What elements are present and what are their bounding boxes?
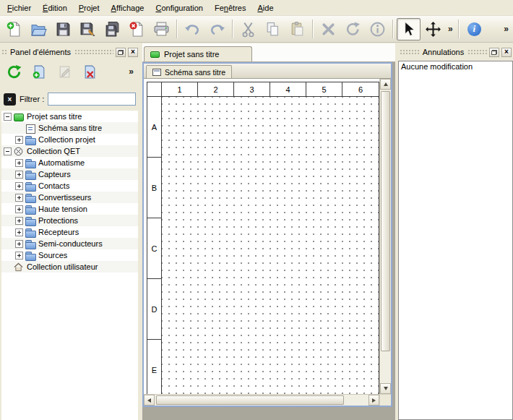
diagram-view: 1 2 3 4 5 6 A B C D — [144, 79, 391, 406]
new-element-icon — [32, 64, 47, 80]
elements-panel-titlebar[interactable]: Panel d'éléments × — [1, 46, 138, 59]
new-element-button[interactable] — [29, 61, 49, 82]
clear-filter-button[interactable]: × — [4, 93, 16, 106]
collapse-icon[interactable] — [4, 113, 12, 121]
vertical-scrollbar[interactable] — [379, 79, 391, 394]
menu-configuration[interactable]: Configuration — [150, 0, 209, 15]
scroll-mode-button[interactable] — [421, 18, 445, 40]
tree-item-recepteurs[interactable]: Récepteurs — [1, 226, 138, 238]
save-all-button[interactable] — [100, 18, 124, 40]
expand-icon[interactable] — [15, 171, 23, 179]
tree-item-automatisme[interactable]: Automatisme — [1, 157, 138, 168]
scroll-up-button[interactable] — [380, 79, 391, 90]
edit-element-button[interactable] — [54, 61, 74, 82]
dock-grip[interactable] — [1, 49, 7, 55]
redo-button[interactable] — [205, 18, 229, 40]
expand-icon[interactable] — [15, 205, 23, 213]
scroll-right-button[interactable] — [368, 395, 379, 406]
diagram-info-button[interactable] — [366, 18, 389, 40]
tree-item-label: Projet sans titre — [27, 112, 82, 121]
expand-icon[interactable] — [15, 252, 23, 260]
scroll-down-button[interactable] — [380, 383, 391, 394]
toolbar-separator — [458, 20, 460, 38]
diagram-viewport[interactable]: 1 2 3 4 5 6 A B C D — [144, 79, 379, 394]
undo-history-list[interactable]: Aucune modification — [398, 61, 513, 420]
undo-panel-titlebar[interactable]: Annulations × — [400, 46, 512, 59]
tree-item-protections[interactable]: Protections — [1, 215, 138, 226]
dock-grip[interactable] — [467, 49, 487, 55]
tree-item-collection-projet[interactable]: Collection projet — [1, 134, 138, 145]
tree-item-collection-qet[interactable]: Collection QET — [1, 145, 138, 157]
elements-tree[interactable]: Projet sans titre Schéma sans titre Coll… — [1, 111, 138, 420]
tree-item-project[interactable]: Projet sans titre — [1, 111, 138, 122]
toolbar-overflow-button-2[interactable]: » — [501, 24, 511, 34]
tree-item-collection-utilisateur[interactable]: Collection utilisateur — [1, 261, 138, 273]
expand-icon[interactable] — [15, 228, 23, 236]
horizontal-scrollbar[interactable] — [144, 394, 379, 406]
vertical-scrollbar-thumb[interactable] — [381, 91, 390, 351]
reload-collections-button[interactable] — [4, 61, 24, 82]
cut-button[interactable] — [236, 18, 260, 40]
row-label: D — [147, 279, 161, 340]
open-document-button[interactable] — [27, 18, 51, 40]
menu-affichage[interactable]: Affichage — [105, 0, 150, 15]
about-qet-button[interactable]: i — [462, 18, 486, 40]
paste-button[interactable] — [285, 18, 309, 40]
tree-item-label: Collection utilisateur — [27, 262, 98, 271]
mdi-area: Projet sans titre Schéma sans titre 1 2 — [142, 43, 395, 420]
select-mode-button[interactable] — [397, 18, 421, 40]
float-panel-button[interactable] — [116, 48, 126, 57]
scroll-left-button[interactable] — [144, 395, 155, 406]
copy-button[interactable] — [261, 18, 285, 40]
open-folder-icon — [30, 21, 47, 38]
toolbar-overflow-button[interactable]: » — [446, 24, 455, 34]
close-panel-button[interactable]: × — [501, 48, 512, 57]
expand-icon[interactable] — [15, 182, 23, 190]
undo-button[interactable] — [181, 18, 204, 40]
row-header: A B C D E — [147, 97, 162, 394]
close-document-button[interactable] — [125, 18, 149, 40]
collapse-icon[interactable] — [4, 147, 12, 155]
tab-projet-sans-titre[interactable]: Projet sans titre — [144, 46, 252, 61]
delete-element-button[interactable] — [79, 61, 100, 82]
print-button[interactable] — [150, 18, 173, 40]
menu-fichier[interactable]: Fichier — [1, 0, 37, 15]
tree-item-haute-tension[interactable]: Haute tension — [1, 203, 138, 215]
tab-schema-sans-titre[interactable]: Schéma sans titre — [146, 65, 232, 78]
save-as-button[interactable] — [76, 18, 100, 40]
menu-edition[interactable]: Édition — [37, 0, 73, 15]
close-panel-button[interactable]: × — [128, 48, 138, 57]
expand-icon[interactable] — [15, 136, 23, 144]
float-panel-button[interactable] — [489, 48, 499, 57]
panel-toolbar-overflow-button[interactable]: » — [126, 67, 136, 77]
expand-icon[interactable] — [15, 217, 23, 225]
undo-empty-text: Aucune modification — [401, 62, 510, 71]
folder-icon — [25, 135, 35, 145]
menu-projet[interactable]: Projet — [73, 0, 105, 15]
tree-item-semi-conducteurs[interactable]: Semi-conducteurs — [1, 238, 138, 249]
horizontal-scrollbar-thumb[interactable] — [156, 395, 344, 405]
scissors-icon — [240, 21, 256, 38]
expand-icon[interactable] — [15, 194, 23, 202]
project-tab-label: Projet sans titre — [164, 50, 219, 59]
rotate-button[interactable] — [341, 18, 365, 40]
new-document-button[interactable] — [2, 18, 26, 40]
tree-item-schema[interactable]: Schéma sans titre — [1, 122, 138, 134]
dock-grip[interactable] — [400, 49, 419, 55]
menu-fenetres[interactable]: Fenêtres — [209, 0, 251, 15]
dock-grip[interactable] — [74, 49, 113, 55]
tree-item-capteurs[interactable]: Capteurs — [1, 168, 138, 180]
delete-button[interactable] — [316, 18, 340, 40]
toolbar-separator — [392, 20, 394, 38]
diagram-sheet[interactable]: 1 2 3 4 5 6 A B C D — [147, 82, 379, 394]
diagram-grid[interactable] — [162, 97, 379, 394]
filter-input[interactable] — [48, 93, 136, 106]
rotate-arrow-icon — [345, 21, 361, 38]
expand-icon[interactable] — [15, 240, 23, 248]
expand-icon[interactable] — [15, 159, 23, 167]
tree-item-sources[interactable]: Sources — [1, 249, 138, 261]
tree-item-convertisseurs[interactable]: Convertisseurs — [1, 192, 138, 203]
save-button[interactable] — [51, 18, 75, 40]
menu-aide[interactable]: Aide — [251, 0, 279, 15]
tree-item-contacts[interactable]: Contacts — [1, 180, 138, 192]
